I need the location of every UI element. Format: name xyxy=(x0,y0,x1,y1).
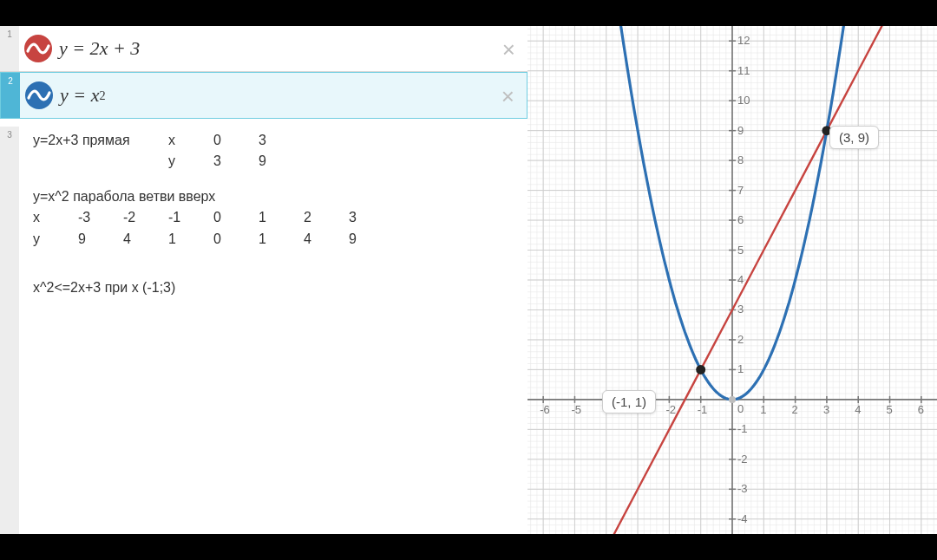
table-cell: x xyxy=(168,131,213,150)
svg-text:9: 9 xyxy=(737,124,744,137)
svg-text:5: 5 xyxy=(887,403,893,416)
graph-pane[interactable]: -6-5-4-3-2-10123456-4-3-2-11234567891011… xyxy=(527,26,937,534)
table-cell: 1 xyxy=(168,230,213,249)
table-cell: 3 xyxy=(213,152,259,171)
table-cell: 2 xyxy=(304,208,349,227)
letterbox-top xyxy=(0,0,937,26)
table-cell: -2 xyxy=(123,208,168,227)
table-cell: y xyxy=(168,152,213,171)
svg-text:-2: -2 xyxy=(737,453,748,466)
svg-text:7: 7 xyxy=(737,184,744,197)
svg-text:2: 2 xyxy=(737,333,744,346)
notes-text: y=x^2 парабола ветви вверх xyxy=(33,187,519,206)
svg-text:2: 2 xyxy=(792,403,798,416)
svg-text:6: 6 xyxy=(918,403,924,416)
svg-text:5: 5 xyxy=(737,244,744,257)
table-cell: 0 xyxy=(213,208,259,227)
expression-row-1[interactable]: 1 y = 2x + 3 × xyxy=(0,26,527,72)
svg-text:1: 1 xyxy=(737,362,744,375)
table-cell: -3 xyxy=(78,208,123,227)
table-cell: 0 xyxy=(213,230,259,249)
svg-text:-5: -5 xyxy=(571,403,581,416)
svg-text:4: 4 xyxy=(855,403,861,416)
table-cell: 4 xyxy=(123,230,168,249)
wave-icon[interactable] xyxy=(24,35,52,62)
expression-formula[interactable]: y = 2x + 3 xyxy=(59,26,527,71)
svg-text:10: 10 xyxy=(737,94,750,107)
svg-text:6: 6 xyxy=(737,213,744,226)
point-label-b: (3, 9) xyxy=(829,126,879,149)
row-index: 3 xyxy=(0,127,19,534)
svg-text:-6: -6 xyxy=(540,403,550,416)
svg-text:-4: -4 xyxy=(737,512,748,525)
svg-text:-1: -1 xyxy=(737,422,748,435)
app-window: 1 y = 2x + 3 × 2 y = x2 × 3 y xyxy=(0,26,937,534)
svg-text:3: 3 xyxy=(737,303,744,316)
svg-text:1: 1 xyxy=(760,403,766,416)
table-cell: 4 xyxy=(304,230,349,249)
letterbox-bottom xyxy=(0,534,937,560)
svg-text:-2: -2 xyxy=(665,403,676,416)
table-cell: 1 xyxy=(259,230,304,249)
table-cell: x xyxy=(33,208,78,227)
expression-row-2[interactable]: 2 y = x2 × xyxy=(0,72,527,119)
notes-area[interactable]: y=2x+3 прямая x 0 3 y 3 9 y=x^2 парабола… xyxy=(0,119,527,322)
expression-panel: 1 y = 2x + 3 × 2 y = x2 × 3 y xyxy=(0,26,527,534)
svg-point-242 xyxy=(729,396,736,403)
table-cell: 9 xyxy=(259,152,304,171)
graph-canvas[interactable]: -6-5-4-3-2-10123456-4-3-2-11234567891011… xyxy=(527,26,937,534)
table-cell: 1 xyxy=(259,208,304,227)
wave-icon[interactable] xyxy=(25,81,53,109)
close-icon[interactable]: × xyxy=(501,85,514,107)
svg-text:-1: -1 xyxy=(698,403,708,416)
point-label-a: (-1, 1) xyxy=(602,390,656,413)
row-index: 1 xyxy=(0,26,19,71)
svg-point-243 xyxy=(696,365,705,374)
svg-text:3: 3 xyxy=(823,403,829,416)
table-cell: -1 xyxy=(168,208,213,227)
svg-text:8: 8 xyxy=(737,153,744,166)
svg-text:11: 11 xyxy=(737,64,750,77)
row-index: 2 xyxy=(1,73,20,118)
notes-text: x^2<=2x+3 при x (-1;3) xyxy=(33,280,175,295)
table-cell: 9 xyxy=(78,230,123,249)
svg-text:12: 12 xyxy=(737,34,750,47)
table-cell: 9 xyxy=(349,230,394,249)
table-cell: 0 xyxy=(213,131,259,150)
svg-text:0: 0 xyxy=(737,402,744,415)
table-cell: y xyxy=(33,230,78,249)
table-cell: 3 xyxy=(259,131,304,150)
svg-text:4: 4 xyxy=(737,273,744,286)
expression-formula[interactable]: y = x2 xyxy=(60,73,527,118)
close-icon[interactable]: × xyxy=(502,38,515,61)
notes-text: y=2x+3 прямая xyxy=(33,131,168,150)
table-cell: 3 xyxy=(349,208,394,227)
svg-text:-3: -3 xyxy=(737,482,748,495)
